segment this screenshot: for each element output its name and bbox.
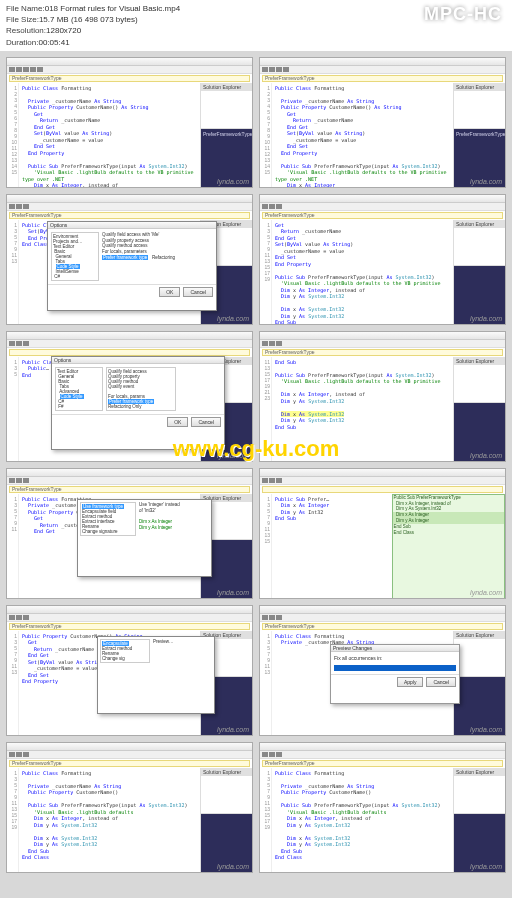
center-watermark: www.cg-ku.com — [173, 436, 340, 462]
thumb-7: PreferFrameworkType 1357911 Public Class… — [6, 468, 253, 599]
code-area: Public Class Formatting Private _custome… — [19, 83, 200, 188]
thumb-1: PreferFrameworkType 12345678910111213141… — [6, 57, 253, 188]
thumb-2: PreferFrameworkType 12345678910111213141… — [259, 57, 506, 188]
resolution-value: 1280x720 — [46, 25, 81, 36]
file-size-label: File Size: — [6, 14, 39, 25]
thumb-3: PreferFrameworkType 135791113 Public Cla… — [6, 194, 253, 325]
cancel-button-2[interactable]: Cancel — [426, 677, 456, 687]
file-size-value: 15.7 MB (16 498 073 bytes) — [39, 14, 138, 25]
thumb-4: PreferFrameworkType 135791113151719 Get … — [259, 194, 506, 325]
thumb-12: PreferFrameworkType 135791113151719 Publ… — [259, 742, 506, 873]
file-name-value: 018 Format rules for Visual Basic.mp4 — [45, 3, 180, 14]
resolution-label: Resolution: — [6, 25, 46, 36]
options-list-2[interactable]: Qualify field accessQualify propertyQual… — [106, 367, 176, 411]
file-name-label: File Name: — [6, 3, 45, 14]
duration-value: 00:05:41 — [38, 37, 69, 48]
thumb-11: PreferFrameworkType 135791113151719 Publ… — [6, 742, 253, 873]
thumbnail-grid: PreferFrameworkType 12345678910111213141… — [0, 51, 512, 879]
cancel-button[interactable]: Cancel — [183, 287, 213, 297]
thumb-8: 13579111315 Public Sub Prefer… Dim x As … — [259, 468, 506, 599]
options-tree-2[interactable]: Text Editor General Basic Tabs Advanced … — [55, 367, 103, 411]
options-tree[interactable]: EnvironmentProjects and…Text Editor Basi… — [51, 232, 99, 281]
apply-button[interactable]: Apply — [397, 677, 424, 687]
options-dialog: Options EnvironmentProjects and…Text Edi… — [47, 221, 217, 311]
diff-preview: Public Sub PreferFrameworkType Dim x As … — [392, 494, 506, 599]
duration-label: Duration: — [6, 37, 38, 48]
mpc-hc-logo: MPC-HC — [424, 4, 502, 25]
thumb-10: PreferFrameworkType 135791113 Public Cla… — [259, 605, 506, 736]
quick-actions-popup: Use framework typeEncapsulate fieldExtra… — [77, 499, 212, 577]
quick-actions-list[interactable]: Use framework typeEncapsulate fieldExtra… — [80, 502, 136, 536]
thumb-9: PreferFrameworkType 135791113 Public Pro… — [6, 605, 253, 736]
preview-changes-dialog: Preview Changes Fix all occurrences in: … — [330, 644, 460, 704]
options-dialog-title: Options — [48, 222, 216, 229]
options-detail[interactable]: Qualify field access with 'Me' Qualify p… — [102, 232, 213, 281]
ok-button[interactable]: OK — [159, 287, 180, 297]
quick-actions-popup-2: EncapsulateExtract methodRenameChange si… — [97, 636, 215, 714]
selection-bar[interactable] — [334, 665, 456, 671]
